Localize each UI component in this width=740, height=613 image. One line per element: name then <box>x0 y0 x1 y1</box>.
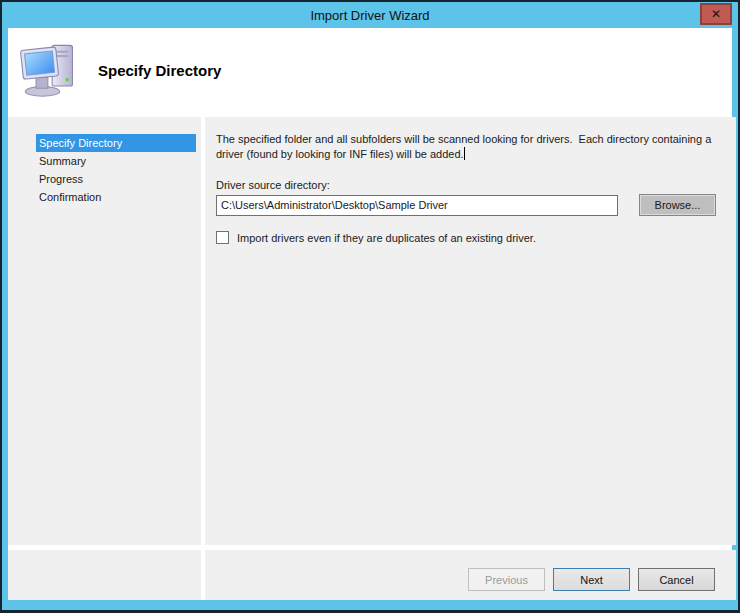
description-text: The specified folder and all subfolders … <box>216 133 714 160</box>
browse-button[interactable]: Browse... <box>639 194 716 216</box>
driver-source-label: Driver source directory: <box>216 179 721 191</box>
description-paragraph: The specified folder and all subfolders … <box>216 132 721 162</box>
close-button[interactable]: ✕ <box>700 3 732 25</box>
page-title: Specify Directory <box>98 62 221 79</box>
previous-button[interactable]: Previous <box>468 568 545 591</box>
sidebar-item-progress[interactable]: Progress <box>36 170 196 188</box>
window-body: Specify Directory Specify Directory Summ… <box>8 28 732 600</box>
footer-left-spacer <box>8 550 201 600</box>
wizard-header: Specify Directory <box>8 28 732 112</box>
duplicates-checkbox-row[interactable]: Import drivers even if they are duplicat… <box>216 231 721 244</box>
window-title: Import Driver Wizard <box>310 8 429 23</box>
cancel-button[interactable]: Cancel <box>638 568 715 591</box>
sidebar-item-confirmation[interactable]: Confirmation <box>36 188 196 206</box>
text-cursor <box>464 147 465 160</box>
footer-buttons: Previous Next Cancel <box>205 550 736 600</box>
close-icon: ✕ <box>711 8 721 20</box>
computer-icon <box>20 42 80 98</box>
sidebar-item-summary[interactable]: Summary <box>36 152 196 170</box>
duplicates-checkbox[interactable] <box>216 231 229 244</box>
import-driver-wizard-window: Import Driver Wizard ✕ <box>0 0 740 613</box>
titlebar[interactable]: Import Driver Wizard ✕ <box>8 2 732 28</box>
body-grid: Specify Directory Summary Progress Confi… <box>8 112 732 600</box>
next-button[interactable]: Next <box>553 568 630 591</box>
wizard-steps-sidebar: Specify Directory Summary Progress Confi… <box>8 117 201 545</box>
sidebar-item-specify-directory[interactable]: Specify Directory <box>36 134 196 152</box>
driver-source-input[interactable] <box>216 195 618 216</box>
duplicates-checkbox-label: Import drivers even if they are duplicat… <box>237 232 536 244</box>
window-frame: Import Driver Wizard ✕ <box>2 2 738 610</box>
content-panel: The specified folder and all subfolders … <box>205 117 736 545</box>
driver-source-row: Browse... <box>216 194 721 216</box>
